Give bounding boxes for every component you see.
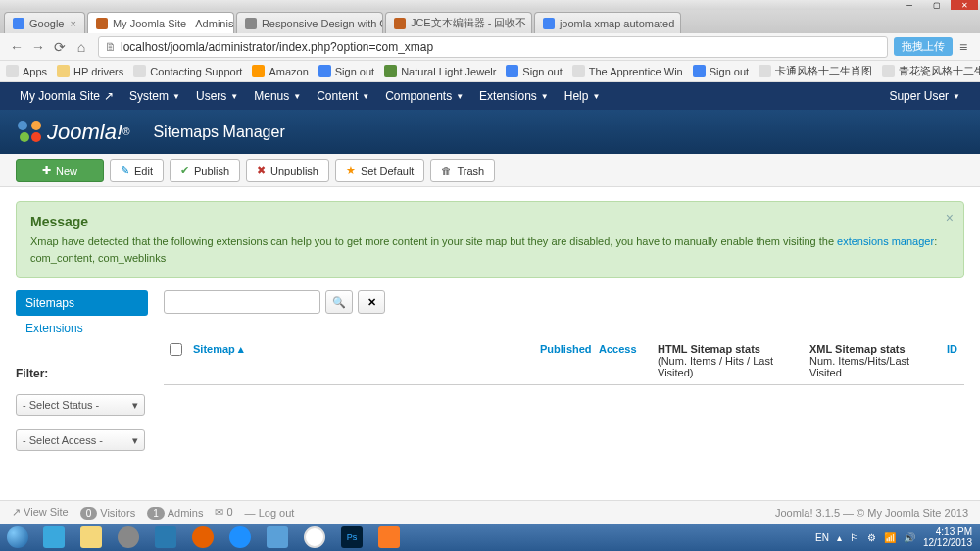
address-bar[interactable]: 🗎 localhost/joomla/administrator/index.p… <box>98 36 888 58</box>
view-site-link[interactable]: ↗ View Site <box>12 506 69 519</box>
publish-button[interactable]: ✔Publish <box>170 159 240 182</box>
content-area: × Message Xmap have detected that the fo… <box>0 187 980 465</box>
search-button[interactable]: 🔍 <box>325 290 353 314</box>
bookmark-item[interactable]: The Apprentice Win <box>572 65 683 77</box>
set-default-button[interactable]: ★Set Default <box>335 159 424 182</box>
menu-components[interactable]: Components▼ <box>377 89 471 103</box>
menu-system[interactable]: System▼ <box>122 89 188 103</box>
tray-flag-icon[interactable]: 🏳 <box>850 532 859 543</box>
bookmark-item[interactable]: 青花瓷风格十二生肖 <box>882 64 980 78</box>
tray-volume-icon[interactable]: 🔊 <box>904 532 915 543</box>
bookmark-item[interactable]: Contacting Support <box>133 65 242 77</box>
tab-title: My Joomla Site - Adminis <box>113 18 233 29</box>
home-button[interactable]: ⌂ <box>71 36 92 58</box>
apps-button[interactable]: Apps <box>6 65 47 77</box>
messages-counter[interactable]: ✉ 0 <box>215 506 232 519</box>
close-button[interactable]: ✕ <box>951 0 978 10</box>
site-icon <box>506 65 518 77</box>
taskbar-app[interactable] <box>221 524 259 551</box>
maximize-button[interactable]: ▢ <box>923 0 951 10</box>
cancel-icon: ✖ <box>257 164 266 176</box>
site-name-link[interactable]: My Joomla Site ↗ <box>12 89 122 103</box>
bookmark-item[interactable]: HP drivers <box>57 65 123 77</box>
taskbar-app[interactable]: Ps <box>333 524 370 551</box>
language-indicator[interactable]: EN <box>815 532 829 543</box>
tray-icon[interactable]: ▴ <box>837 532 842 543</box>
page-title: Sitemaps Manager <box>153 124 284 141</box>
search-icon: 🔍 <box>332 296 346 309</box>
taskbar-app[interactable] <box>296 524 333 551</box>
visitors-counter[interactable]: 0Visitors <box>80 507 135 519</box>
browser-tab[interactable]: My Joomla Site - Adminis× <box>87 12 234 33</box>
menu-menus[interactable]: Menus▼ <box>246 89 309 103</box>
reload-button[interactable]: ⟳ <box>49 36 71 58</box>
upload-extension-button[interactable]: 拖拽上传 <box>894 37 953 56</box>
app-icon <box>118 526 139 548</box>
favicon-icon <box>394 18 406 29</box>
taskbar-app[interactable] <box>110 524 147 551</box>
bookmark-item[interactable]: Natural Light Jewelr <box>384 65 496 77</box>
taskbar-app[interactable] <box>73 524 110 551</box>
taskbar-app[interactable] <box>35 524 73 551</box>
menu-content[interactable]: Content▼ <box>309 89 377 103</box>
browser-tab[interactable]: joomla xmap automated× <box>534 12 681 33</box>
sidebar-tab-sitemaps[interactable]: Sitemaps <box>16 290 148 316</box>
clock[interactable]: 4:13 PM 12/12/2013 <box>923 526 972 548</box>
extensions-manager-link[interactable]: extensions manager <box>837 235 934 247</box>
taskbar-app[interactable] <box>147 524 184 551</box>
menu-users[interactable]: Users▼ <box>188 89 246 103</box>
ie-icon <box>229 526 251 548</box>
tab-close-icon[interactable]: × <box>70 18 75 29</box>
forward-button[interactable]: → <box>27 36 49 58</box>
back-button[interactable]: ← <box>6 36 27 58</box>
tray-icon[interactable]: ⚙ <box>867 532 876 543</box>
taskbar-app[interactable] <box>370 524 408 551</box>
admins-counter[interactable]: 1Admins <box>147 507 203 519</box>
column-id[interactable]: ID <box>941 343 964 378</box>
menu-help[interactable]: Help▼ <box>557 89 609 103</box>
start-button[interactable] <box>0 524 35 551</box>
logout-link[interactable]: — Log out <box>245 507 295 519</box>
message-text: Xmap have detected that the following ex… <box>30 233 950 266</box>
minimize-button[interactable]: ─ <box>896 0 923 10</box>
menu-extensions[interactable]: Extensions▼ <box>471 89 557 103</box>
access-filter-select[interactable]: - Select Access -▾ <box>16 429 145 451</box>
tab-title: Responsive Design with C <box>262 18 383 29</box>
message-close-button[interactable]: × <box>946 210 954 225</box>
search-input[interactable] <box>164 290 320 314</box>
action-toolbar: ✚New ✎Edit ✔Publish ✖Unpublish ★Set Defa… <box>0 154 980 187</box>
tab-close-icon[interactable]: × <box>680 18 681 29</box>
tray-network-icon[interactable]: 📶 <box>884 532 896 543</box>
select-all-checkbox[interactable] <box>170 343 182 356</box>
photoshop-icon: Ps <box>341 526 363 548</box>
caret-down-icon: ▼ <box>293 92 301 101</box>
clear-search-button[interactable]: ✕ <box>358 290 385 314</box>
new-button[interactable]: ✚New <box>16 159 104 182</box>
unpublish-button[interactable]: ✖Unpublish <box>246 159 329 182</box>
caret-down-icon: ▼ <box>230 92 238 101</box>
user-menu[interactable]: Super User▼ <box>881 89 968 103</box>
sidebar-tab-extensions[interactable]: Extensions <box>16 316 148 341</box>
trash-button[interactable]: 🗑Trash <box>430 159 495 182</box>
column-sitemap[interactable]: Sitemap ▴ <box>187 343 534 378</box>
sidebar: Sitemaps Extensions Filter: - Select Sta… <box>16 290 148 451</box>
column-published[interactable]: Published <box>534 343 593 378</box>
bookmark-item[interactable]: Sign out <box>318 65 374 77</box>
joomla-page-header: Joomla!® Sitemaps Manager <box>0 110 980 154</box>
tab-title: Google <box>29 18 64 29</box>
edit-button[interactable]: ✎Edit <box>110 159 164 182</box>
taskbar-app[interactable] <box>184 524 221 551</box>
system-tray[interactable]: EN ▴ 🏳 ⚙ 📶 🔊 4:13 PM 12/12/2013 <box>815 526 980 548</box>
browser-tab[interactable]: Google× <box>4 12 85 33</box>
taskbar-app[interactable] <box>259 524 296 551</box>
status-filter-select[interactable]: - Select Status -▾ <box>16 394 145 416</box>
chrome-menu-icon[interactable]: ≡ <box>953 39 974 55</box>
column-access[interactable]: Access <box>593 343 652 378</box>
bookmark-item[interactable]: Sign out <box>506 65 562 77</box>
bookmark-item[interactable]: 卡通风格十二生肖图 <box>759 64 872 78</box>
browser-tab[interactable]: Responsive Design with C× <box>236 12 383 33</box>
browser-tab[interactable]: JCE文本编辑器 - 回收不× <box>385 12 532 33</box>
bookmark-item[interactable]: Amazon <box>252 65 308 77</box>
bookmark-item[interactable]: Sign out <box>693 65 749 77</box>
caret-down-icon: ▼ <box>456 92 464 101</box>
